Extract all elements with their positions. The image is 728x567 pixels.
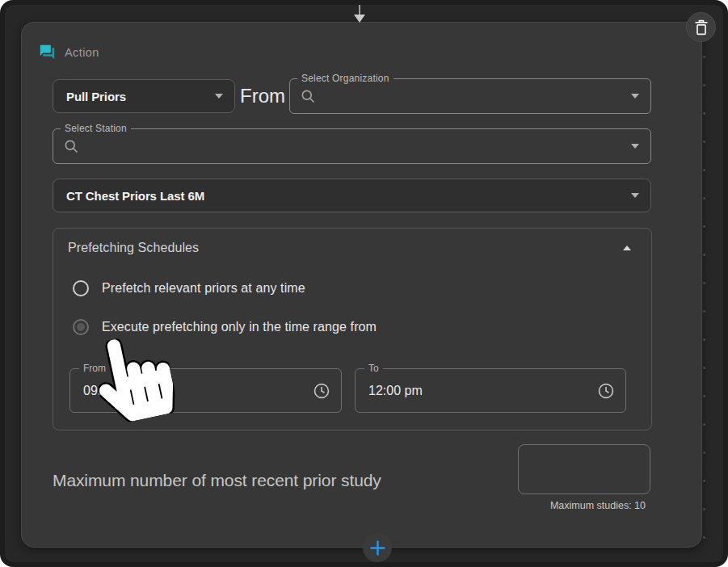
prefetching-schedules-header[interactable]: Prefetching Schedules — [53, 229, 651, 255]
radio-unselected-icon — [73, 280, 89, 296]
search-icon — [63, 138, 79, 154]
time-from-field[interactable]: From 09:0 — [69, 368, 342, 413]
station-field-label: Select Station — [61, 122, 131, 135]
max-priors-input[interactable] — [518, 444, 650, 494]
radio-option-anytime-label: Prefetch relevant priors at any time — [102, 281, 305, 296]
action-type-value: Pull Priors — [66, 90, 215, 103]
action-type-select[interactable]: Pull Priors — [53, 79, 235, 113]
time-to-label: To — [364, 362, 383, 375]
clock-icon[interactable] — [597, 382, 615, 400]
chevron-down-icon — [631, 144, 639, 149]
prior-rule-select[interactable]: CT Chest Priors Last 6M — [53, 178, 651, 212]
prior-rule-value: CT Chest Priors Last 6M — [66, 189, 631, 203]
max-priors-helper: Maximum studies: 10 — [518, 500, 646, 511]
organization-field-label: Select Organization — [297, 72, 393, 85]
prefetching-schedules-panel: Prefetching Schedules Prefetch relevant … — [53, 228, 652, 430]
delete-node-button[interactable] — [686, 12, 716, 42]
forum-icon — [39, 44, 56, 61]
chevron-down-icon — [215, 94, 223, 99]
time-to-field[interactable]: To 12:00 pm — [355, 368, 626, 413]
radio-option-anytime[interactable]: Prefetch relevant priors at any time — [73, 280, 305, 296]
from-label: From — [240, 85, 285, 107]
action-card: Action Pull Priors From Select Organizat… — [21, 22, 702, 548]
time-from-value: 09:0 — [83, 384, 108, 398]
time-from-label: From — [79, 362, 110, 375]
search-icon — [300, 88, 316, 104]
card-title: Action — [65, 46, 99, 59]
clock-icon[interactable] — [313, 382, 330, 400]
collapse-icon — [623, 246, 631, 250]
radio-option-timerange[interactable]: Execute prefetching only in the time ran… — [73, 319, 377, 335]
radio-selected-icon — [73, 319, 89, 335]
add-node-button[interactable] — [363, 533, 392, 562]
plus-icon — [370, 540, 385, 556]
prefetching-schedules-title: Prefetching Schedules — [68, 241, 199, 255]
station-search-field[interactable]: Select Station — [53, 128, 651, 164]
connector-arrow-icon — [352, 0, 367, 23]
time-to-value: 12:00 pm — [368, 384, 423, 398]
max-priors-label: Maximum number of most recent prior stud… — [53, 471, 381, 490]
chevron-down-icon — [631, 193, 639, 198]
radio-option-timerange-label: Execute prefetching only in the time ran… — [102, 320, 377, 334]
card-header: Action — [39, 44, 99, 61]
trash-icon — [694, 19, 709, 36]
chevron-down-icon — [631, 94, 639, 99]
workflow-canvas: Action Pull Priors From Select Organizat… — [0, 0, 728, 567]
organization-search-field[interactable]: Select Organization — [289, 78, 651, 114]
